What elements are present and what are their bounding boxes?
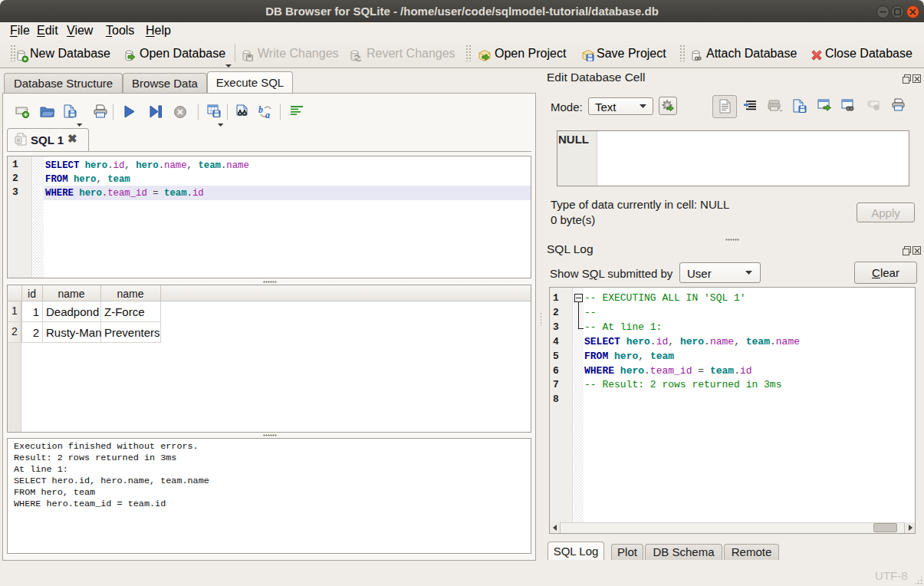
svg-text:b: b: [258, 104, 263, 115]
svg-text:a: a: [265, 110, 270, 120]
